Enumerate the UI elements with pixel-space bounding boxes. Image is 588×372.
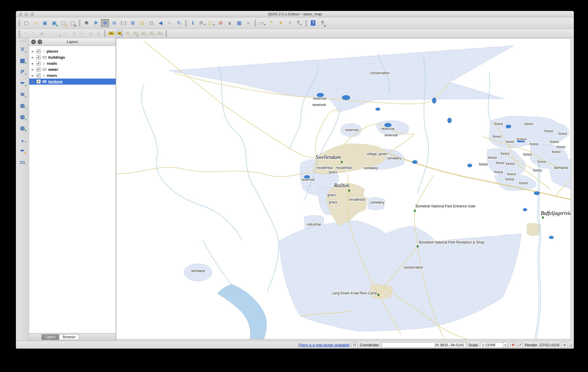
node-tool-button: ⌖ [63, 30, 70, 37]
plugin-available-link[interactable]: There is a new plugin available [298, 343, 350, 347]
add-delimited-text-layer-button[interactable]: ❟+ [18, 135, 27, 144]
labeling-options-button[interactable]: abc [108, 30, 115, 37]
delete-selected-button: ☒ [71, 30, 78, 37]
map-label: cemetery [364, 166, 378, 170]
zoom-last-button[interactable]: ◀ [156, 19, 164, 27]
layer-row-places[interactable]: ▶✓∴places [29, 48, 116, 54]
layer-visibility-checkbox[interactable]: ✓ [36, 55, 41, 59]
scale-combo[interactable]: 1:23396 ▼ [480, 342, 508, 348]
whats-this-button[interactable]: ?➤ [318, 19, 326, 27]
add-spatialite-layer-button[interactable]: ✒+ [18, 79, 27, 87]
new-print-composer-button[interactable]: ▢✳ [59, 19, 67, 27]
window-resize-grip[interactable] [569, 344, 573, 348]
scale-dropdown-arrow[interactable]: ▼ [503, 343, 508, 347]
add-postgis-layer-button[interactable]: P+ [18, 67, 27, 76]
crs-globe-icon[interactable]: ⊕ [562, 342, 567, 348]
map-label: reservoir [302, 178, 315, 182]
coordinate-input[interactable] [382, 342, 466, 348]
add-vector-layer-button[interactable]: V+ [18, 45, 27, 53]
add-wms-layer-button[interactable]: ◍+ [18, 101, 27, 110]
map-label: forest [494, 122, 503, 126]
refresh-button[interactable]: ↻ [175, 19, 183, 27]
map-label: Railton [334, 183, 350, 188]
remove-layer-button[interactable]: ▭− [18, 157, 27, 166]
render-label: Render [525, 343, 537, 347]
place-point [414, 210, 416, 212]
toolbar-drag-handle [104, 30, 106, 37]
map-label: forest [507, 172, 516, 176]
tab-browser[interactable]: Browser [59, 334, 79, 340]
map-label: forest [523, 152, 532, 157]
open-project-button[interactable]: ▱ [32, 19, 40, 27]
layer-row-landuse[interactable]: ▶✓landuse [29, 79, 116, 85]
layer-visibility-checkbox[interactable]: ✓ [36, 67, 41, 72]
composer-manager-button[interactable]: ▢⚙ [69, 19, 77, 27]
text-annotation-button[interactable]: T▾ [295, 19, 303, 27]
add-raster-layer-button[interactable]: ▦+ [18, 56, 27, 65]
zoom-full-button[interactable]: ⊞ [129, 19, 137, 27]
expand-arrow-icon[interactable]: ▶ [32, 68, 35, 71]
map-tips-button[interactable]: ❞ [267, 19, 275, 27]
zoom-to-layer-button[interactable]: ⊡ [147, 19, 155, 27]
render-checkbox[interactable]: ✓ [518, 343, 523, 347]
layer-visibility-checkbox[interactable]: ✓ [36, 79, 41, 84]
float-panel-icon[interactable]: ❐ [38, 40, 42, 44]
close-panel-icon[interactable]: ✕ [31, 40, 36, 44]
add-wcs-layer-button[interactable]: ◍+ [18, 112, 27, 121]
layer-name: rivers [47, 73, 57, 78]
expand-arrow-icon[interactable]: ▶ [32, 50, 35, 53]
help-contents-button[interactable]: ? [309, 19, 317, 27]
zoom-out-button[interactable]: ⊖ [110, 19, 118, 27]
map-label: conservation [404, 265, 423, 269]
layer-visibility-checkbox[interactable]: ✓ [36, 73, 41, 78]
pan-map-button[interactable]: ✥ [82, 19, 90, 27]
save-edits-button: ▣ [38, 30, 45, 37]
show-bookmarks-button[interactable]: ✧ [286, 19, 294, 27]
pan-to-selection-button[interactable]: ✥▪ [92, 19, 100, 27]
zoom-native-button[interactable]: 1:1 [119, 19, 127, 27]
toolbar-drag-handle [19, 30, 20, 37]
expand-arrow-icon[interactable]: ▶ [32, 74, 35, 77]
new-spatialite-layer-button[interactable]: ✒✳ [18, 146, 27, 155]
new-bookmark-button[interactable]: ✦ [277, 19, 285, 27]
field-calculator-button[interactable]: ⌗ [244, 19, 252, 27]
layers-panel: ✕ ❐ Layers ▶✓∴places▶✓buildings▶✓∨roads▶… [29, 38, 116, 341]
layer-name: places [47, 49, 58, 53]
select-features-button[interactable]: ▢▾ [207, 19, 215, 27]
attribute-table-button[interactable]: ▦ [235, 19, 243, 27]
layer-row-rivers[interactable]: ▶✓∨rivers [29, 72, 116, 79]
layer-row-buildings[interactable]: ▶✓buildings [29, 54, 116, 60]
place-point [348, 190, 350, 191]
title-bar[interactable]: QGIS 2.0.1-Dufour – basic_map [16, 11, 574, 17]
expand-arrow-icon[interactable]: ▶ [32, 56, 35, 59]
zoom-in-button[interactable]: ⊕ [101, 19, 109, 27]
expand-arrow-icon[interactable]: ▶ [32, 62, 35, 65]
coordinate-label: Coordinate: [360, 343, 379, 347]
layer-type-line-icon: ∨ [42, 62, 45, 66]
layer-visibility-checkbox[interactable]: ✓ [36, 49, 41, 53]
pin-unpin-labels-button[interactable]: ab● [116, 30, 123, 37]
map-canvas[interactable]: conservationreservoirreservoirreservoirr… [116, 38, 571, 339]
measure-button[interactable]: ▭▾ [258, 19, 266, 27]
plugin-icon[interactable]: Ω [352, 342, 358, 348]
layer-visibility-checkbox[interactable]: ✓ [36, 61, 41, 66]
layer-row-water[interactable]: ▶✓water [29, 66, 116, 72]
zoom-to-selection-button[interactable]: ⊡ [138, 19, 146, 27]
add-wfs-layer-button[interactable]: ◍V [18, 124, 27, 132]
expand-arrow-icon[interactable]: ▶ [32, 80, 35, 83]
layer-list-empty-space [29, 85, 116, 333]
layer-type-polygon-icon [42, 80, 47, 83]
run-feature-action-button[interactable]: ⚙▾ [198, 19, 206, 27]
layers-panel-header[interactable]: ✕ ❐ Layers [29, 38, 116, 46]
tab-layers[interactable]: Layers [41, 334, 59, 340]
identify-features-button[interactable]: ℹ [189, 19, 197, 27]
stop-render-icon[interactable]: ⊘ [510, 342, 516, 348]
new-project-button[interactable]: ▢ [22, 19, 30, 27]
layer-row-roads[interactable]: ▶✓∨roads [29, 60, 116, 66]
map-label: forest [544, 129, 553, 133]
save-project-button[interactable]: ▣ [41, 19, 49, 27]
select-by-expression-button[interactable]: ε [226, 19, 234, 27]
deselect-features-button[interactable]: ⊘ [217, 19, 225, 27]
save-project-as-button[interactable]: ▣✎ [50, 19, 58, 27]
add-mssql-layer-button[interactable]: ≋+ [18, 90, 27, 98]
